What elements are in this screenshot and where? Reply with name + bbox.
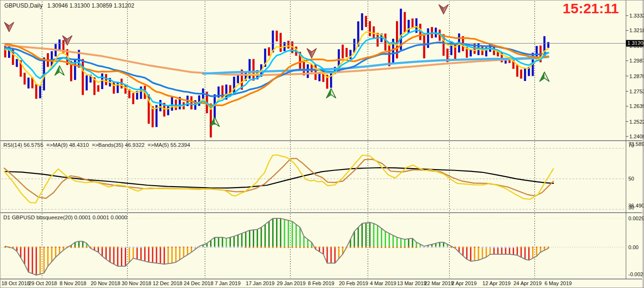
squeeze-bar [249, 230, 250, 247]
squeeze-bar [105, 247, 107, 259]
squeeze-dot [276, 246, 278, 248]
squeeze-dot [303, 246, 305, 248]
squeeze-dot [513, 246, 515, 248]
squeeze-dot [342, 246, 344, 248]
squeeze-bar [156, 247, 157, 263]
bull-candle [237, 75, 239, 83]
squeeze-bar [167, 247, 169, 264]
squeeze-dot [350, 246, 351, 248]
bear-candle [252, 59, 254, 81]
squeeze-bar [113, 247, 115, 264]
bear-candle [35, 84, 37, 99]
squeeze-dot [381, 246, 383, 248]
bear-candle [280, 33, 282, 52]
squeeze-dot [221, 246, 223, 248]
squeeze-bar [358, 227, 359, 247]
bull-candle [198, 95, 200, 106]
squeeze-bar [109, 247, 110, 262]
squeeze-dot [466, 246, 468, 248]
bull-candle [28, 78, 29, 89]
squeeze-dot [187, 246, 189, 248]
squeeze-dot [175, 246, 177, 248]
bull-candle [101, 73, 103, 89]
squeeze-dot [230, 246, 231, 248]
squeeze-dot [8, 246, 10, 248]
squeeze-dot [299, 246, 301, 248]
time-axis[interactable] [0, 279, 644, 288]
squeeze-dot [385, 246, 386, 248]
bear-candle [365, 16, 367, 27]
squeeze-dot [28, 246, 29, 248]
squeeze-bar [230, 237, 231, 247]
squeeze-dot [90, 246, 92, 248]
squeeze-bar [222, 237, 223, 247]
squeeze-dot [447, 246, 449, 248]
squeeze-bar [385, 231, 386, 247]
squeeze-bar [260, 227, 262, 247]
bear-candle [132, 93, 134, 104]
squeeze-bar [536, 247, 537, 256]
squeeze-bar [121, 247, 122, 266]
squeeze-dot [322, 246, 324, 248]
squeeze-bar [82, 241, 83, 247]
squeeze-dot [144, 246, 146, 248]
squeeze-bar [183, 247, 184, 257]
squeeze-bar [280, 218, 281, 247]
squeeze-dot [225, 246, 227, 248]
squeeze-bar [43, 247, 45, 273]
squeeze-dot [12, 246, 14, 248]
bear-candle [287, 41, 289, 49]
squeeze-dot [4, 246, 6, 248]
squeeze-bar [295, 225, 297, 247]
squeeze-dot [287, 246, 289, 248]
squeeze-dot [179, 246, 181, 248]
squeeze-bar [179, 247, 181, 260]
squeeze-bar [331, 247, 332, 263]
squeeze-bar [241, 234, 243, 247]
squeeze-dot [284, 246, 285, 248]
squeeze-bar [532, 247, 534, 258]
bear-candle [423, 33, 425, 58]
squeeze-bar [334, 247, 336, 263]
bull-candle [330, 72, 332, 88]
squeeze-dot [249, 246, 251, 248]
squeeze-dot [497, 246, 499, 248]
squeeze-dot [311, 246, 313, 248]
panel-separator[interactable] [0, 140, 644, 141]
squeeze-dot [86, 246, 88, 248]
squeeze-dot [98, 246, 100, 248]
squeeze-dot [31, 246, 33, 248]
squeeze-dot [543, 246, 545, 248]
squeeze-bar [299, 227, 301, 247]
squeeze-dot [125, 246, 127, 248]
squeeze-bar [152, 247, 153, 263]
squeeze-dot [408, 246, 410, 248]
squeeze-dot [470, 246, 472, 248]
squeeze-bar [32, 247, 33, 274]
squeeze-dot [129, 246, 130, 248]
squeeze-dot [338, 246, 340, 248]
squeeze-dot [419, 246, 421, 248]
squeeze-dot [462, 246, 464, 248]
squeeze-bar [28, 247, 29, 272]
squeeze-bar [272, 218, 274, 247]
squeeze-dot [24, 246, 26, 248]
squeeze-dot [66, 246, 68, 248]
squeeze-dot [315, 246, 317, 248]
squeeze-bar [226, 238, 227, 247]
rsi-indicator-label: RSI(14) 56.5755 =>MA(9) 48.4310 =>Bands(… [3, 142, 190, 148]
squeeze-bar [47, 247, 49, 266]
squeeze-dot [136, 246, 138, 248]
bear-candle [113, 81, 115, 94]
squeeze-bar [493, 247, 495, 254]
squeeze-dot [307, 246, 309, 248]
panel-separator[interactable] [0, 212, 644, 213]
squeeze-bar [396, 237, 398, 247]
price-axis[interactable] [626, 0, 644, 279]
bull-candle [524, 68, 526, 81]
squeeze-dot [78, 246, 80, 248]
squeeze-bar [253, 230, 254, 247]
squeeze-bar [148, 247, 149, 262]
bull-candle [86, 75, 88, 90]
squeeze-bar [144, 247, 146, 261]
